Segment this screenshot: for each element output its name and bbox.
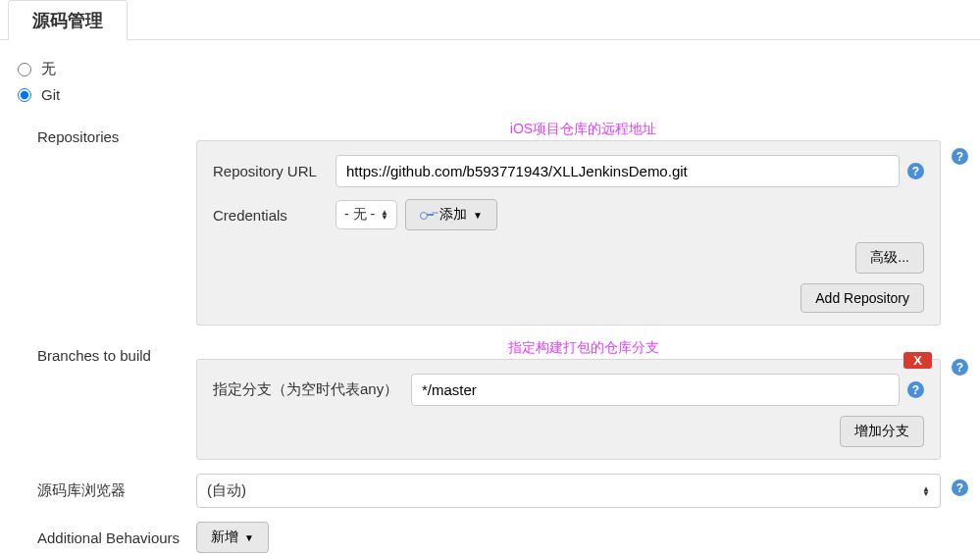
behaviours-label: Additional Behaviours	[37, 522, 196, 546]
add-repository-button[interactable]: Add Repository	[800, 283, 924, 313]
branches-label: Branches to build	[37, 339, 196, 364]
radio-none[interactable]	[18, 63, 31, 76]
repo-browser-value: (自动)	[207, 481, 246, 500]
repositories-panel: Repository URL ? Credentials - 无 - ▲▼ 添加	[196, 140, 941, 326]
help-icon[interactable]: ?	[952, 359, 968, 376]
radio-git-label: Git	[41, 86, 60, 103]
add-credentials-button[interactable]: 添加 ▼	[405, 199, 497, 230]
help-icon[interactable]: ?	[907, 163, 924, 179]
repo-browser-select[interactable]: (自动) ▲▼	[196, 474, 941, 508]
updown-icon: ▲▼	[381, 210, 388, 220]
branch-spec-label: 指定分支（为空时代表any）	[213, 380, 411, 399]
tab-scm[interactable]: 源码管理	[8, 0, 128, 40]
repo-url-input[interactable]	[335, 155, 900, 187]
key-icon	[420, 211, 434, 219]
scm-option-git[interactable]: Git	[18, 86, 970, 103]
updown-icon: ▲▼	[922, 486, 930, 496]
scm-option-none[interactable]: 无	[18, 60, 970, 78]
credentials-select[interactable]: - 无 - ▲▼	[335, 200, 397, 229]
credentials-value: - 无 -	[344, 206, 375, 224]
scm-radio-group: 无 Git	[18, 60, 970, 103]
repo-url-label: Repository URL	[213, 163, 335, 179]
add-branch-button[interactable]: 增加分支	[840, 416, 924, 447]
annotation-branch: 指定构建打包的仓库分支	[196, 339, 970, 357]
repo-browser-label: 源码库浏览器	[37, 474, 196, 500]
add-behaviour-button[interactable]: 新增 ▼	[196, 522, 269, 553]
help-icon[interactable]: ?	[952, 479, 968, 496]
chevron-down-icon: ▼	[473, 210, 483, 221]
advanced-button[interactable]: 高级...	[855, 242, 924, 274]
help-icon[interactable]: ?	[907, 381, 924, 398]
chevron-down-icon: ▼	[244, 532, 254, 543]
annotation-repo: iOS项目仓库的远程地址	[196, 121, 970, 138]
credentials-label: Credentials	[213, 207, 335, 224]
radio-git[interactable]	[18, 88, 31, 102]
add-behaviour-label: 新增	[211, 529, 238, 546]
add-cred-label: 添加	[439, 206, 467, 224]
branch-spec-input[interactable]	[411, 374, 900, 406]
help-icon[interactable]: ?	[952, 148, 968, 165]
branches-panel: X 指定分支（为空时代表any） ? 增加分支	[196, 359, 941, 460]
repositories-label: Repositories	[37, 121, 196, 145]
delete-branch-button[interactable]: X	[903, 352, 932, 369]
radio-none-label: 无	[41, 60, 56, 78]
